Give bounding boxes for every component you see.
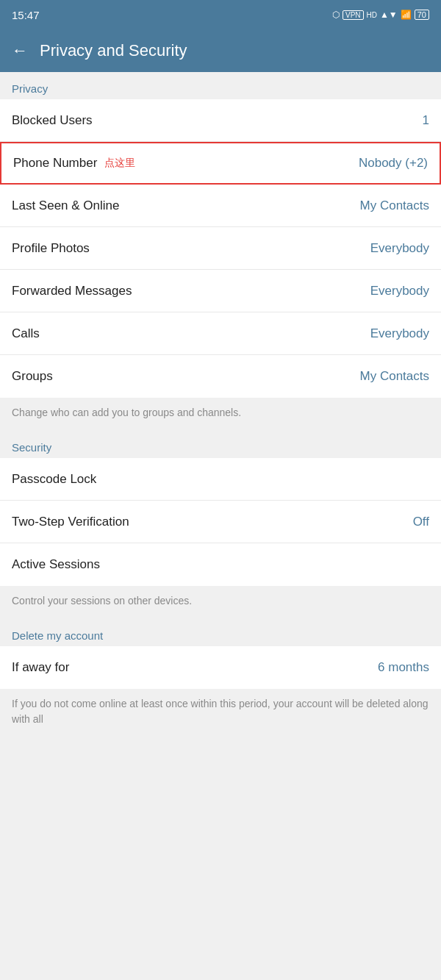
delete-account-settings-list: If away for 6 months xyxy=(0,646,441,689)
groups-value: My Contacts xyxy=(360,369,429,384)
if-away-for-value: 6 months xyxy=(378,660,429,675)
sessions-description: Control your sessions on other devices. xyxy=(0,586,441,619)
blocked-users-value: 1 xyxy=(423,113,429,128)
profile-photos-value: Everybody xyxy=(370,241,429,256)
battery-icon: 70 xyxy=(415,10,429,20)
last-seen-value: My Contacts xyxy=(360,198,429,213)
if-away-for-row[interactable]: If away for 6 months xyxy=(0,646,441,689)
active-sessions-row[interactable]: Active Sessions xyxy=(0,543,441,586)
privacy-section-header: Privacy xyxy=(0,72,441,99)
two-step-verification-row[interactable]: Two-Step Verification Off xyxy=(0,501,441,543)
blocked-users-row[interactable]: Blocked Users 1 xyxy=(0,99,441,142)
security-section-header: Security xyxy=(0,431,441,458)
vpn-badge: VPN xyxy=(343,10,364,20)
delete-account-section-header: Delete my account xyxy=(0,619,441,646)
status-icons: ⬡ VPN HD ▲▼ 📶 70 xyxy=(332,10,429,20)
passcode-lock-label: Passcode Lock xyxy=(12,472,429,487)
bluetooth-icon: ⬡ xyxy=(332,10,340,20)
signal-icon: ▲▼ xyxy=(380,10,398,20)
if-away-for-label: If away for xyxy=(12,660,372,675)
phone-number-value: Nobody (+2) xyxy=(359,156,428,171)
groups-row[interactable]: Groups My Contacts xyxy=(0,355,441,398)
back-button[interactable]: ← xyxy=(12,41,28,60)
forwarded-messages-value: Everybody xyxy=(370,284,429,298)
privacy-settings-list: Blocked Users 1 Phone Number 点这里 Nobody … xyxy=(0,99,441,398)
calls-row[interactable]: Calls Everybody xyxy=(0,312,441,355)
phone-row-left: Phone Number 点这里 xyxy=(13,156,135,171)
delete-account-description: If you do not come online at least once … xyxy=(0,689,441,737)
two-step-value: Off xyxy=(413,515,429,529)
profile-photos-label: Profile Photos xyxy=(12,241,365,256)
hd-icon: HD xyxy=(367,11,377,19)
status-bar: 15:47 ⬡ VPN HD ▲▼ 📶 70 xyxy=(0,0,441,29)
groups-description: Change who can add you to groups and cha… xyxy=(0,398,441,431)
click-here-label: 点这里 xyxy=(104,157,135,170)
page-title: Privacy and Security xyxy=(40,41,187,60)
profile-photos-row[interactable]: Profile Photos Everybody xyxy=(0,227,441,270)
blocked-users-label: Blocked Users xyxy=(12,113,423,128)
status-time: 15:47 xyxy=(12,9,40,21)
forwarded-messages-label: Forwarded Messages xyxy=(12,284,365,298)
phone-number-row[interactable]: Phone Number 点这里 Nobody (+2) xyxy=(0,142,441,185)
active-sessions-label: Active Sessions xyxy=(12,557,429,572)
last-seen-label: Last Seen & Online xyxy=(12,198,354,213)
last-seen-row[interactable]: Last Seen & Online My Contacts xyxy=(0,185,441,227)
app-header: ← Privacy and Security xyxy=(0,29,441,72)
security-settings-list: Passcode Lock Two-Step Verification Off … xyxy=(0,458,441,586)
forwarded-messages-row[interactable]: Forwarded Messages Everybody xyxy=(0,270,441,312)
calls-value: Everybody xyxy=(370,326,429,341)
groups-label: Groups xyxy=(12,369,354,384)
passcode-lock-row[interactable]: Passcode Lock xyxy=(0,458,441,501)
two-step-label: Two-Step Verification xyxy=(12,515,407,529)
phone-number-label: Phone Number xyxy=(13,156,97,171)
wifi-icon: 📶 xyxy=(401,10,412,20)
calls-label: Calls xyxy=(12,326,365,341)
